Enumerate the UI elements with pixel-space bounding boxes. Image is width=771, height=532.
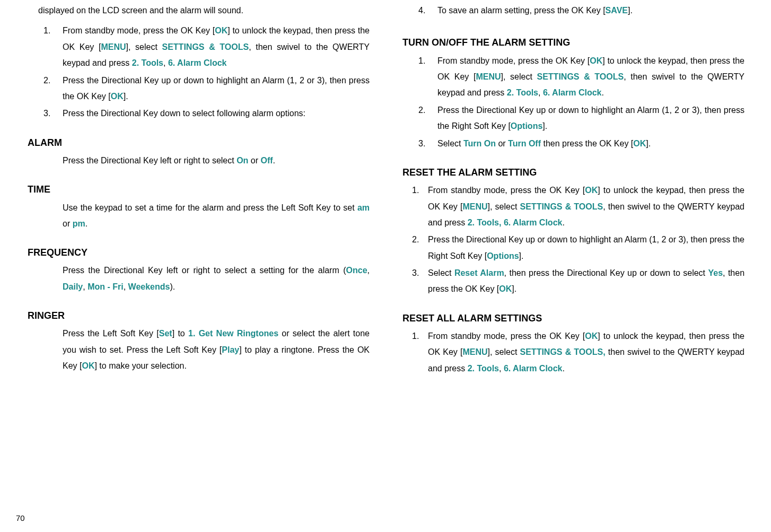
key-ok: OK	[82, 361, 94, 370]
text: Press the Left Soft Key [	[63, 329, 159, 338]
reset-heading: RESET THE ALARM SETTING	[401, 163, 744, 181]
key-ok: OK	[585, 332, 598, 341]
ringer-body: Press the Left Soft Key [Set] to 1. Get …	[27, 326, 370, 374]
key-menu: MENU	[101, 42, 126, 51]
step-3: 3. Select Turn On or Turn Off then press…	[437, 136, 744, 152]
resetall-steps-list: 1. From standby mode, press the OK Key […	[401, 328, 744, 377]
key-settings: SETTINGS & TOOLS,	[520, 347, 606, 356]
text: Press the Directional Key down to select…	[63, 109, 305, 118]
page-number: 70	[16, 511, 25, 526]
text: Use the keypad to set a time for the ala…	[63, 203, 357, 212]
text: .	[273, 156, 275, 165]
key-settings: SETTINGS & TOOLS	[162, 42, 249, 51]
text: ], select	[501, 72, 537, 81]
text: , then press the Directional Key up or d…	[504, 268, 708, 277]
key-menu: MENU	[476, 72, 501, 81]
text: then press the OK Key [	[541, 139, 633, 148]
key-menu: MENU	[462, 347, 487, 356]
step-1: 1. From standby mode, press the OK Key […	[428, 182, 744, 231]
text: Press the Directional Key up or down to …	[428, 235, 744, 260]
frequency-heading: FREQUENCY	[27, 243, 370, 261]
step-num: 2.	[43, 73, 50, 89]
step-num: 1.	[412, 328, 419, 344]
step-num: 2.	[412, 232, 419, 248]
step-3: 3. Select Reset Alarm, then press the Di…	[428, 265, 744, 298]
reset-steps-list: 1. From standby mode, press the OK Key […	[401, 182, 744, 298]
time-heading: TIME	[27, 180, 370, 198]
text: From standby mode, press the OK Key [	[437, 56, 590, 65]
frequency-body: Press the Directional Key left or right …	[27, 263, 370, 295]
main-steps-list: 1. From standby mode, press the OK Key […	[27, 23, 370, 121]
key-resetalarm: Reset Alarm	[454, 268, 504, 277]
text: Press the Directional Key left or right …	[63, 266, 346, 275]
text: Select	[437, 139, 463, 148]
text: ,	[538, 88, 543, 97]
key-weekends: Weekends	[128, 282, 170, 291]
key-play: Play	[222, 345, 239, 354]
text: From standby mode, press the OK Key [	[428, 186, 585, 195]
key-alarm-clock: 6. Alarm Clock	[543, 88, 602, 97]
key-yes: Yes	[708, 268, 723, 277]
key-turnoff: Turn Off	[508, 139, 541, 148]
turn-heading: TURN ON/OFF THE ALARM SETTING	[401, 33, 744, 51]
step-1: 1. From standby mode, press the OK Key […	[63, 23, 370, 71]
step-num: 2.	[418, 102, 425, 118]
key-menu: MENU	[462, 202, 487, 211]
text: ], select	[488, 202, 520, 211]
step-1: 1. From standby mode, press the OK Key […	[437, 53, 744, 101]
key-am: am	[357, 203, 370, 212]
text: Press the Directional Key up or down to …	[437, 106, 744, 130]
text: ] to	[172, 329, 188, 338]
turn-steps-list: 1. From standby mode, press the OK Key […	[401, 53, 744, 152]
text: ,	[499, 364, 504, 373]
text: Press the Directional Key up or down to …	[63, 76, 370, 101]
key-set: Set	[159, 329, 172, 338]
key-off: Off	[260, 156, 273, 165]
step-num: 1.	[43, 23, 50, 39]
key-save: SAVE	[606, 6, 628, 15]
key-ok: OK	[585, 186, 598, 195]
key-daily: Daily	[63, 282, 83, 291]
step-num: 1.	[418, 53, 425, 69]
step-2: 2. Press the Directional Key up or down …	[63, 73, 370, 105]
text: ,	[367, 266, 370, 275]
key-tools-alarm: 2. Tools, 6. Alarm Clock	[468, 218, 563, 227]
ringer-heading: RINGER	[27, 307, 370, 325]
key-on: On	[236, 156, 248, 165]
text: .	[601, 88, 603, 97]
text: ], select	[488, 347, 520, 356]
key-turnon: Turn On	[463, 139, 496, 148]
save-step: 4. To save an alarm setting, press the O…	[401, 3, 744, 19]
text: ], select	[126, 42, 162, 51]
text: or	[496, 139, 508, 148]
text: or	[248, 156, 260, 165]
key-monfri: Mon - Fri	[87, 282, 124, 291]
key-tools: 2. Tools	[468, 364, 499, 373]
step-2: 2. Press the Directional Key up or down …	[428, 232, 744, 264]
text: ,	[124, 282, 128, 291]
text: ].	[646, 139, 651, 148]
key-alarm-clock: 6. Alarm Clock	[504, 364, 563, 373]
text: ].	[512, 284, 516, 293]
key-ok: OK	[499, 284, 512, 293]
alarm-heading: ALARM	[27, 134, 370, 152]
step-3: 3. Press the Directional Key down to sel…	[63, 106, 370, 121]
text: From standby mode, press the OK Key [	[428, 332, 585, 341]
key-getnew: 1. Get New Ringtones	[188, 329, 278, 338]
intro-text: displayed on the LCD screen and the alar…	[27, 3, 370, 19]
resetall-heading: RESET ALL ALARM SETTINGS	[401, 309, 744, 327]
text: Press the Directional Key left or right …	[63, 156, 236, 165]
text: ].	[124, 92, 128, 101]
key-alarm-clock: 6. Alarm Clock	[168, 58, 227, 67]
step-num: 1.	[412, 182, 419, 198]
text: To save an alarm setting, press the OK K…	[437, 6, 606, 15]
text: ,	[163, 58, 168, 67]
key-ok: OK	[633, 139, 646, 148]
key-once: Once	[346, 266, 367, 275]
key-ok: OK	[590, 56, 602, 65]
step-1: 1. From standby mode, press the OK Key […	[428, 328, 744, 377]
key-options: Options	[487, 251, 519, 260]
text: ] to make your selection.	[94, 361, 186, 370]
text: .	[85, 219, 87, 228]
time-body: Use the keypad to set a time for the ala…	[27, 200, 370, 232]
